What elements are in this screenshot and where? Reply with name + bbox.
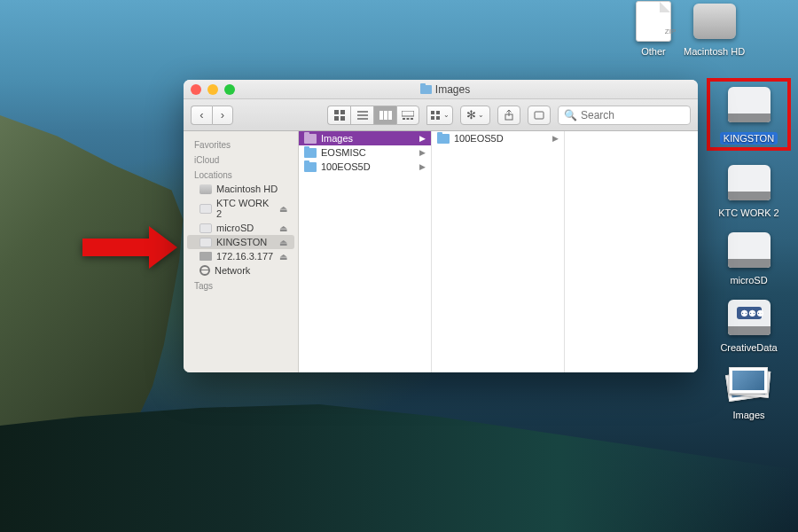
column-1: 100EOS5D▶ <box>432 131 565 372</box>
external-drive-icon <box>723 229 776 271</box>
folder-icon <box>420 85 432 94</box>
desktop-icon-label: microSD <box>707 275 791 286</box>
view-column-button[interactable] <box>373 106 396 125</box>
sidebar-item-label: KTC WORK 2 <box>216 198 275 219</box>
sidebar-item-label: Macintosh HD <box>216 184 278 194</box>
column-0: Images▶EOSMISC▶100EOS5D▶ <box>299 131 432 372</box>
eject-icon[interactable]: ⏏ <box>279 223 287 233</box>
sidebar-item-label: 172.16.3.177 <box>216 251 273 262</box>
sidebar-item-microsd[interactable]: microSD⏏ <box>187 221 294 235</box>
action-menu-button[interactable]: ✻ ⌄ <box>460 106 490 125</box>
svg-rect-11 <box>403 118 405 120</box>
zoom-button[interactable] <box>224 84 235 95</box>
svg-rect-0 <box>334 110 339 114</box>
chevron-right-icon: ▶ <box>419 148 426 157</box>
svg-rect-2 <box>334 116 339 121</box>
arrange-group: ⌄ <box>426 106 453 125</box>
view-icon-button[interactable] <box>327 106 350 125</box>
folder-icon <box>304 162 317 172</box>
column-item-label: Images <box>321 133 353 144</box>
column-item-eosmisc[interactable]: EOSMISC▶ <box>299 145 431 160</box>
share-button[interactable] <box>497 106 520 125</box>
svg-rect-7 <box>379 111 383 120</box>
svg-rect-1 <box>340 110 345 114</box>
column-item-100eos5d[interactable]: 100EOS5D▶ <box>432 131 564 145</box>
tags-button[interactable] <box>528 106 551 125</box>
search-icon: 🔍 <box>564 109 577 121</box>
column-item-label: 100EOS5D <box>454 133 504 144</box>
desktop-icon-macintosh-hd[interactable]: Macintosh HD <box>684 0 745 57</box>
svg-rect-8 <box>384 111 387 120</box>
columns-icon <box>379 111 392 120</box>
sidebar-item-label: microSD <box>216 223 254 233</box>
svg-rect-14 <box>431 111 434 114</box>
desktop-icon-label: KINGSTON <box>720 132 778 145</box>
svg-rect-13 <box>411 118 413 120</box>
desktop-icon-label: Other <box>627 46 680 57</box>
arrange-icon <box>431 111 442 120</box>
eject-icon[interactable]: ⏏ <box>279 252 287 262</box>
desktop-icon-kingston[interactable]: KINGSTON <box>707 78 791 151</box>
sidebar-item-network[interactable]: Network <box>187 263 294 278</box>
arrange-button[interactable]: ⌄ <box>426 106 453 125</box>
svg-rect-10 <box>402 111 414 116</box>
tag-icon <box>534 111 544 120</box>
folder-icon <box>437 134 450 144</box>
svg-rect-20 <box>535 112 544 119</box>
sidebar-header: Tags <box>184 278 298 293</box>
close-button[interactable] <box>191 84 201 95</box>
chevron-right-icon: ▶ <box>419 134 426 143</box>
desktop-icon-ktc-work-2[interactable]: KTC WORK 2 <box>707 161 791 218</box>
minimize-button[interactable] <box>207 84 218 95</box>
back-button[interactable]: ‹ <box>191 106 212 125</box>
eject-icon[interactable]: ⏏ <box>279 204 287 214</box>
chevron-down-icon: ⌄ <box>478 111 484 119</box>
internal-drive-icon <box>688 0 741 43</box>
desktop-icon-label: Macintosh HD <box>684 46 745 57</box>
sidebar-item-label: KINGSTON <box>216 237 267 247</box>
sidebar-header: iCloud <box>184 152 298 167</box>
column-browser: Images▶EOSMISC▶100EOS5D▶100EOS5D▶ <box>299 131 698 372</box>
search-input[interactable] <box>581 109 685 121</box>
drive-icon <box>200 223 212 233</box>
sidebar-item-label: Network <box>215 265 250 276</box>
desktop-icon-label: CreativeData <box>707 342 791 353</box>
desktop-icons-column: OtherMacintosh HDKINGSTONKTC WORK 2micro… <box>707 0 791 431</box>
traffic-lights <box>191 84 235 95</box>
gear-icon: ✻ <box>466 108 476 121</box>
photos-drive-icon <box>723 364 776 406</box>
nav-buttons: ‹ › <box>191 106 233 125</box>
zip-drive-icon <box>627 0 680 43</box>
list-icon <box>357 111 368 120</box>
toolbar: ‹ › ⌄ ✻ ⌄ <box>184 99 698 131</box>
column-item-label: 100EOS5D <box>321 161 371 172</box>
desktop-icon-images-stack[interactable]: Images <box>707 364 791 420</box>
svg-rect-17 <box>436 116 440 120</box>
gallery-icon <box>402 111 414 120</box>
eject-icon[interactable]: ⏏ <box>279 238 287 247</box>
column-item-label: EOSMISC <box>321 147 366 158</box>
desktop-icon-microsd[interactable]: microSD <box>707 229 791 286</box>
sidebar-item-172-16-3-177[interactable]: 172.16.3.177⏏ <box>187 249 294 263</box>
folder-icon <box>304 148 317 158</box>
share-icon <box>505 110 513 121</box>
search-field[interactable]: 🔍 <box>558 106 691 125</box>
column-2 <box>565 131 698 372</box>
sidebar-item-ktc-work-2[interactable]: KTC WORK 2⏏ <box>187 196 294 221</box>
column-item-100eos5d[interactable]: 100EOS5D▶ <box>299 160 431 174</box>
desktop-icon-creativedata[interactable]: ⚉⚉⚉CreativeData <box>707 296 791 353</box>
sidebar-item-kingston[interactable]: KINGSTON⏏ <box>187 235 294 249</box>
arrow-shaft <box>82 239 149 256</box>
sidebar-header: Locations <box>184 167 298 182</box>
view-list-button[interactable] <box>350 106 373 125</box>
finder-window: Images ‹ › ⌄ <box>184 80 698 372</box>
chevron-right-icon: ▶ <box>552 134 559 143</box>
external-drive-icon <box>723 161 776 204</box>
column-item-images[interactable]: Images▶ <box>299 131 431 145</box>
arrow-head <box>149 226 177 269</box>
view-gallery-button[interactable] <box>396 106 419 125</box>
forward-button[interactable]: › <box>212 106 233 125</box>
sidebar-item-macintosh-hd[interactable]: Macintosh HD <box>187 182 294 196</box>
titlebar[interactable]: Images <box>184 80 698 99</box>
desktop-icon-other[interactable]: Other <box>627 0 680 57</box>
